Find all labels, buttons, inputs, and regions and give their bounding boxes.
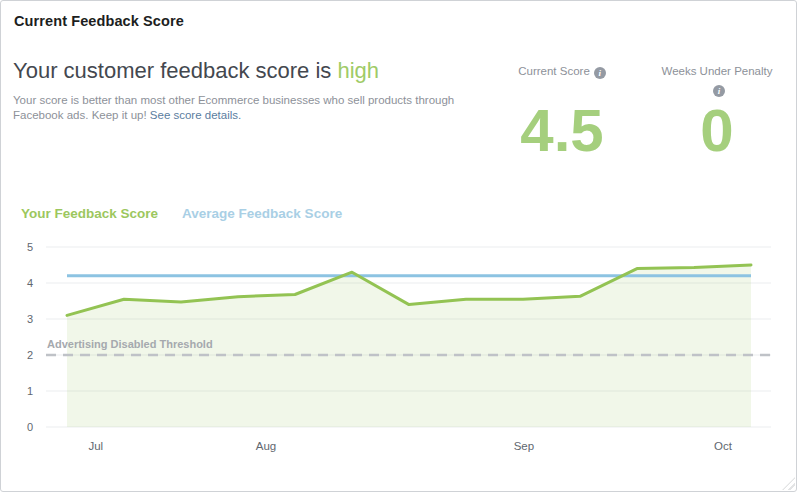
weeks-under-penalty-label: Weeks Under Penalty — [661, 65, 772, 77]
current-score-stat: Current Scorei 4.5 — [497, 61, 627, 171]
score-description: Your score is better than most other Eco… — [13, 93, 461, 123]
legend-average-feedback-score[interactable]: Average Feedback Score — [182, 206, 342, 221]
y-axis-tick-label: 4 — [27, 277, 33, 289]
x-axis-tick-label: Aug — [256, 440, 276, 452]
chart-legend: Your Feedback Score Average Feedback Sco… — [21, 206, 342, 221]
headline-status: high — [337, 58, 379, 83]
y-axis-tick-label: 2 — [27, 349, 33, 361]
see-score-details-link[interactable]: See score details. — [150, 109, 241, 121]
current-score-label: Current Score — [518, 65, 590, 77]
feedback-score-card: Current Feedback Score Your customer fee… — [0, 0, 797, 492]
y-axis-tick-label: 3 — [27, 313, 33, 325]
y-axis-tick-label: 1 — [27, 385, 33, 397]
y-axis-tick-label: 0 — [27, 421, 33, 433]
y-axis-tick-label: 5 — [27, 241, 33, 253]
headline-text: Your customer feedback score is — [13, 58, 337, 83]
headline: Your customer feedback score is high — [13, 58, 379, 84]
x-axis-tick-label: Jul — [88, 440, 103, 452]
info-icon[interactable]: i — [713, 85, 725, 97]
x-axis-tick-label: Oct — [714, 440, 733, 452]
x-axis-tick-label: Sep — [514, 440, 534, 452]
current-score-value: 4.5 — [497, 101, 627, 161]
weeks-under-penalty-value: 0 — [652, 101, 782, 161]
legend-your-feedback-score[interactable]: Your Feedback Score — [21, 206, 158, 221]
page-title: Current Feedback Score — [14, 13, 184, 29]
feedback-chart-svg: 012345Advertising Disabled ThresholdJulA… — [1, 231, 797, 487]
feedback-chart: 012345Advertising Disabled ThresholdJulA… — [1, 231, 797, 487]
weeks-under-penalty-stat: Weeks Under Penalty i 0 — [652, 61, 782, 171]
advertising-disabled-threshold-label: Advertising Disabled Threshold — [47, 338, 213, 350]
info-icon[interactable]: i — [594, 67, 606, 79]
